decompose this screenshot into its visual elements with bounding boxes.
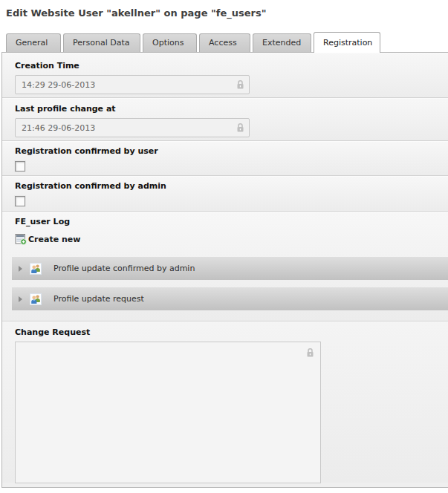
section-fe-user-log: FE_user Log Create new (2, 212, 448, 321)
log-row-profile-update-confirmed[interactable]: Profile update confirmed by admin (12, 257, 448, 280)
registration-confirmed-user-label: Registration confirmed by user (15, 146, 448, 156)
create-new-record-icon (15, 233, 27, 245)
section-last-profile-change: Last profile change at (2, 98, 448, 141)
creation-time-label: Creation Time (15, 61, 448, 71)
tab-options[interactable]: Options (143, 33, 197, 52)
tab-general[interactable]: General (6, 33, 61, 52)
tab-extended[interactable]: Extended (253, 33, 311, 52)
last-profile-change-label: Last profile change at (15, 104, 448, 114)
change-request-textarea[interactable] (15, 342, 321, 483)
create-new-label: Create new (28, 235, 80, 244)
fe-user-log-rows: Profile update confirmed by admin Profil… (12, 257, 448, 310)
registration-confirmed-user-checkbox[interactable] (15, 161, 25, 172)
lock-icon (236, 123, 244, 133)
page-title: Edit Website User "akellner" on page "fe… (6, 7, 448, 19)
frontend-users-icon (30, 263, 42, 275)
section-creation-time: Creation Time (2, 53, 448, 98)
last-profile-change-field-wrap (15, 118, 250, 137)
tab-bar: General Personal Data Options Access Ext… (6, 33, 383, 52)
form-container: Creation Time Last profile change at Reg… (1, 52, 448, 488)
tab-personal-data[interactable]: Personal Data (63, 33, 140, 52)
collapse-arrow-icon[interactable] (19, 296, 22, 302)
registration-confirmed-admin-label: Registration confirmed by admin (15, 181, 448, 191)
creation-time-input[interactable] (15, 75, 250, 94)
change-request-label: Change Request (15, 327, 448, 337)
lock-icon (236, 79, 244, 90)
last-profile-change-input[interactable] (15, 118, 250, 137)
tab-registration[interactable]: Registration (314, 32, 380, 53)
change-request-field-wrap (15, 342, 321, 486)
section-registration-confirmed-admin: Registration confirmed by admin (2, 176, 448, 212)
creation-time-field-wrap (15, 75, 250, 94)
log-row-label: Profile update confirmed by admin (53, 264, 195, 273)
collapse-arrow-icon[interactable] (19, 266, 22, 272)
section-change-request: Change Request (2, 321, 448, 483)
create-new-button[interactable]: Create new (15, 233, 97, 245)
log-row-profile-update-request[interactable]: Profile update request (12, 287, 448, 310)
log-row-label: Profile update request (53, 294, 144, 304)
frontend-users-icon (30, 293, 42, 305)
fe-user-log-label: FE_user Log (15, 217, 448, 226)
tab-access[interactable]: Access (199, 33, 250, 52)
section-registration-confirmed-user: Registration confirmed by user (2, 141, 448, 176)
lock-icon (306, 347, 314, 358)
registration-confirmed-admin-checkbox[interactable] (15, 196, 25, 206)
